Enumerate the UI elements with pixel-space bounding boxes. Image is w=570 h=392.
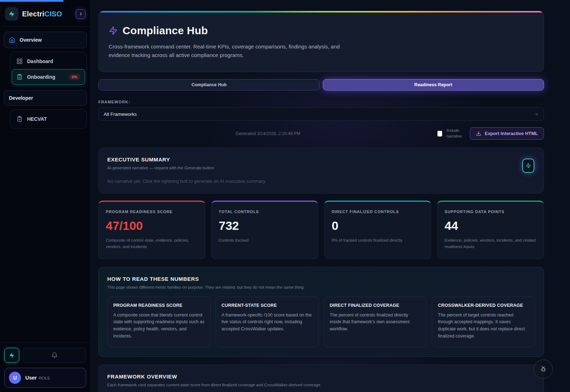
lightning-icon	[109, 26, 118, 35]
kpi-description: 0% of tracked controls finalized directl…	[332, 237, 424, 244]
kpi-label: PROGRAM READINESS SCORE	[106, 210, 198, 214]
kpi-value: 47/100	[106, 219, 198, 233]
brand-logo	[5, 7, 19, 21]
lightning-icon	[525, 163, 531, 169]
main-content: Compliance Hub Cross-framework command c…	[91, 0, 570, 392]
info-card-current-state: CURRENT-STATE SCORE A framework-specific…	[216, 296, 319, 347]
user-name: User	[25, 375, 37, 381]
sidebar-item-hecvat[interactable]: HECVAT	[12, 111, 85, 127]
bell-icon	[51, 352, 58, 359]
kpi-value: 732	[219, 219, 311, 233]
kpi-card-direct-finalized: DIRECT FINALIZED CONTROLS 0 0% of tracke…	[324, 201, 431, 259]
chevron-right-icon	[79, 12, 83, 16]
view-tabs: Compliance Hub Readiness Report	[98, 79, 544, 91]
generate-summary-button[interactable]	[522, 159, 534, 173]
kpi-value: 0	[332, 219, 424, 233]
tab-readiness-report[interactable]: Readiness Report	[323, 79, 544, 91]
how-to-title: HOW TO READ THESE NUMBERS	[107, 276, 535, 282]
page-subtitle: Cross-framework command center. Real-tim…	[109, 42, 344, 60]
sidebar: ElectriCISO Overview Dashboard	[0, 0, 91, 392]
kpi-card-program-readiness: PROGRAM READINESS SCORE 47/100 Composite…	[98, 201, 205, 259]
tab-compliance-hub[interactable]: Compliance Hub	[98, 79, 320, 91]
notifications-button[interactable]	[23, 348, 86, 363]
brand-name: ElectriCISO	[22, 10, 62, 18]
grid-icon	[16, 58, 23, 65]
kpi-value: 44	[445, 219, 537, 233]
debug-button[interactable]	[534, 360, 553, 379]
chevron-down-icon	[535, 112, 539, 116]
info-card-body: A framework-specific /100 score based on…	[222, 312, 313, 333]
sidebar-footer: U UserROLE	[0, 342, 90, 392]
framework-overview-subtitle: Each framework card separates current-st…	[107, 383, 535, 387]
bug-icon	[539, 365, 547, 373]
sidebar-item-dashboard[interactable]: Dashboard	[12, 53, 85, 69]
developer-subgroup: HECVAT	[10, 109, 87, 129]
kpi-label: TOTAL CONTROLS	[219, 210, 311, 214]
brand-name-secondary: CISO	[45, 10, 62, 18]
info-card-body: The percent of target controls reached t…	[438, 312, 529, 340]
how-to-subtitle: This page shows different metric familie…	[107, 285, 535, 289]
user-role: ROLE	[39, 376, 50, 380]
how-to-read-section: HOW TO READ THESE NUMBERS This page show…	[98, 267, 544, 357]
framework-select-value: All Frameworks	[104, 112, 137, 117]
how-to-cards: PROGRAM READINESS SCORE A composite scor…	[107, 296, 535, 347]
sidebar-nav: Overview Dashboard Onboarding 0% Develop…	[0, 27, 90, 134]
sidebar-collapse-button[interactable]	[76, 9, 86, 19]
onboarding-progress-badge: 0%	[68, 74, 81, 80]
kpi-description: Controls tracked	[219, 237, 311, 244]
executive-summary-empty-text: No narrative yet. Click the lightning bo…	[107, 179, 535, 184]
lightning-icon	[9, 352, 15, 359]
sidebar-item-overview[interactable]: Overview	[4, 32, 87, 48]
sidebar-item-label: Onboarding	[27, 74, 55, 80]
framework-select[interactable]: All Frameworks	[98, 107, 544, 121]
info-card-title: CROSSWALKER-DERIVED COVERAGE	[438, 303, 529, 308]
overview-subgroup: Dashboard Onboarding 0%	[10, 52, 87, 87]
user-info: UserROLE	[25, 375, 50, 381]
kpi-description: Evidence, policies, vendors, incidents, …	[445, 237, 537, 250]
sidebar-item-label: HECVAT	[27, 116, 47, 122]
info-card-body: The percent of controls finalized direct…	[330, 312, 421, 333]
brand: ElectriCISO	[0, 0, 90, 26]
sidebar-item-label: Developer	[9, 95, 33, 101]
sidebar-item-developer[interactable]: Developer	[4, 90, 87, 106]
kpi-card-total-controls: TOTAL CONTROLS 732 Controls tracked	[211, 201, 318, 259]
avatar: U	[9, 372, 21, 384]
info-card-direct-finalized: DIRECT FINALIZED COVERAGE The percent of…	[324, 296, 427, 347]
info-card-program-readiness: PROGRAM READINESS SCORE A composite scor…	[107, 296, 211, 347]
framework-overview-title: FRAMEWORK OVERVIEW	[107, 373, 535, 380]
lightning-icon	[8, 10, 15, 17]
clipboard-check-icon	[16, 74, 23, 80]
executive-summary-subtitle: AI-generated narrative — request with th…	[107, 166, 535, 170]
framework-filter-label: FRAMEWORK:	[98, 100, 544, 104]
executive-summary-card: EXECUTIVE SUMMARY AI-generated narrative…	[98, 148, 544, 194]
quick-action-button[interactable]	[4, 348, 19, 363]
framework-overview-section: FRAMEWORK OVERVIEW Each framework card s…	[98, 365, 544, 392]
sidebar-item-label: Dashboard	[27, 58, 53, 64]
user-menu[interactable]: U UserROLE	[4, 368, 86, 388]
generated-timestamp: Generated 3/14/2026, 2:10:49 PM	[98, 131, 437, 136]
kpi-label: DIRECT FINALIZED CONTROLS	[332, 210, 424, 214]
kpi-description: Composite of control state, evidence, po…	[106, 237, 198, 250]
kpi-cards: PROGRAM READINESS SCORE 47/100 Composite…	[98, 201, 544, 259]
include-narrative-checkbox[interactable]	[437, 131, 442, 136]
kpi-label: SUPPORTING DATA POINTS	[445, 210, 537, 214]
info-card-title: PROGRAM READINESS SCORE	[113, 303, 204, 308]
include-narrative-label: Include narrative	[446, 128, 465, 139]
brand-name-primary: Electri	[22, 10, 45, 18]
export-html-button[interactable]: Export Interactive HTML	[470, 127, 544, 140]
sidebar-item-label: Overview	[20, 37, 42, 43]
download-icon	[476, 131, 481, 136]
export-html-label: Export Interactive HTML	[484, 131, 538, 136]
kpi-card-supporting-data: SUPPORTING DATA POINTS 44 Evidence, poli…	[437, 201, 544, 259]
executive-summary-title: EXECUTIVE SUMMARY	[107, 156, 535, 163]
page-title: Compliance Hub	[123, 25, 208, 37]
info-card-title: DIRECT FINALIZED COVERAGE	[330, 303, 421, 308]
loading-progress-bar	[0, 0, 63, 2]
home-icon	[9, 37, 15, 43]
info-card-body: A composite score that blends current co…	[113, 312, 204, 340]
clipboard-check-icon	[16, 116, 23, 122]
page-header-card: Compliance Hub Cross-framework command c…	[98, 11, 544, 72]
report-meta-row: Generated 3/14/2026, 2:10:49 PM Include …	[98, 127, 544, 140]
sidebar-item-onboarding[interactable]: Onboarding 0%	[12, 69, 85, 85]
info-card-crosswalker: CROSSWALKER-DERIVED COVERAGE The percent…	[432, 296, 535, 347]
